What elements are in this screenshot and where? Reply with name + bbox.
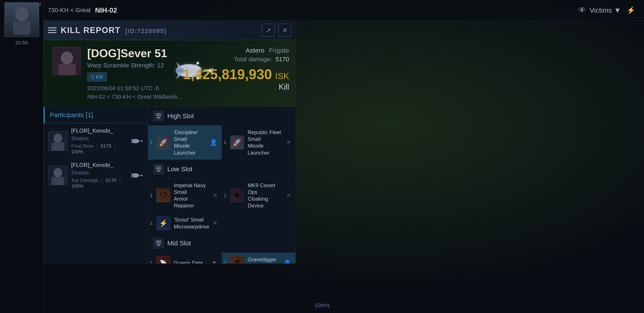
low-slot-icon <box>154 164 164 174</box>
low-slot-close-2[interactable]: ✕ <box>286 192 291 199</box>
mid-slot-title: Mid Slot <box>167 240 191 247</box>
high-slot-close-2[interactable]: ✕ <box>286 139 291 146</box>
participant-name-1: [FLOR]_Kenobi_ <box>71 127 124 134</box>
mid-slot-person-2[interactable]: 👤 <box>284 259 291 264</box>
low-slot-item-3[interactable]: 1 'Scout' SmallMicrowarpdrive ✕ <box>148 213 222 234</box>
panel-header: KILL REPORT [ID:7220085] ↗ ✕ <box>44 21 296 40</box>
high-slot-name-2: Republic Fleet SmallMissile Launcher <box>248 129 283 156</box>
isk-value-display: 1,425,819,930 ISK <box>183 66 289 82</box>
svg-rect-33 <box>156 113 161 114</box>
total-damage-line: Total damage: 5170 <box>183 56 289 63</box>
participant-ship-icon-2 <box>127 169 144 182</box>
participant-name-2: [FLOR]_Kenobi_ <box>71 162 124 168</box>
close-panel-button[interactable]: ✕ <box>278 24 291 37</box>
high-slot-icon-2 <box>230 135 244 149</box>
high-slot-person-icon-1[interactable]: 👤 <box>210 139 217 146</box>
low-slot-icon-3 <box>156 216 170 230</box>
participant-item-2[interactable]: [FLOR]_Kenobi_ Stratios Top Damage | 517… <box>44 158 148 193</box>
participant-ship-icon-1 <box>127 135 144 148</box>
speed-display: 10m/s <box>314 302 330 309</box>
menu-button[interactable] <box>48 27 56 33</box>
participant-item[interactable]: [FLOR]_Kenobi_ Stratios Final Blow | 517… <box>44 124 148 158</box>
kill-info-right: Astero Frigate Total damage: 5170 1,425,… <box>183 47 289 91</box>
external-link-button[interactable]: ↗ <box>262 24 275 37</box>
svg-rect-37 <box>157 170 160 172</box>
svg-rect-39 <box>156 241 161 242</box>
participant-stats-2: Top Damage | 5170 | 100% <box>71 178 124 189</box>
character-portrait <box>4 2 39 37</box>
close-sidebar-button[interactable]: ✕ <box>37 1 42 8</box>
low-slot-item-2[interactable]: 1 MK9 Covert OpsCloaking Device ✕ <box>222 178 296 213</box>
svg-marker-29 <box>139 175 142 176</box>
svg-point-3 <box>61 51 73 64</box>
system-quality: 730-KH < Great <box>48 7 91 14</box>
high-slot-icon-1 <box>156 135 170 149</box>
split-layout: Participants [1] [FLOR]_Kenobi_ Stratios… <box>44 107 296 264</box>
system-info-area: 730-KH < Great NIH-02 <box>44 6 117 14</box>
menu-icon-line2 <box>48 30 56 31</box>
kill-report-panel: KILL REPORT [ID:7220085] ↗ ✕ [DOG]Sever … <box>44 21 296 264</box>
victim-portrait <box>52 47 81 75</box>
high-slot-item-2[interactable]: 1 Republic Fleet SmallMissile Launcher ✕ <box>222 125 296 160</box>
victims-dropdown[interactable]: Victims ▼ <box>590 6 621 14</box>
high-slot-header: High Slot <box>148 107 296 125</box>
low-slot-qty-2: 1 <box>224 193 226 198</box>
low-slot-close-3[interactable]: ✕ <box>213 220 218 227</box>
participant-info-2: [FLOR]_Kenobi_ Stratios Top Damage | 517… <box>71 162 124 189</box>
low-slot-name-1: Imperial Navy SmallArmor Repairer <box>174 182 209 209</box>
mid-slot-name-1: Guests Data <box>174 260 203 264</box>
system-name: NIH-02 <box>95 6 117 14</box>
svg-rect-34 <box>157 117 160 119</box>
high-slot-title: High Slot <box>167 112 194 120</box>
participant-stats-1: Final Blow | 5170 | 100% <box>71 143 124 155</box>
mid-slot-icon-1 <box>156 256 170 264</box>
high-slot-qty-1: 1 <box>150 140 152 145</box>
svg-marker-22 <box>139 140 142 142</box>
victims-filter-area[interactable]: 👁 Victims ▼ ⚡ <box>578 6 635 15</box>
panel-title: KILL REPORT [ID:7220085] <box>61 26 166 35</box>
panel-actions: ↗ ✕ <box>262 24 291 37</box>
mid-slot-name-2: Gravedigger Relic <box>248 256 280 264</box>
low-slot-name-3: 'Scout' SmallMicrowarpdrive <box>174 216 209 230</box>
low-slot-name-2: MK9 Covert OpsCloaking Device <box>248 182 283 209</box>
kill-type-label: Kill <box>183 82 289 91</box>
participants-panel: Participants [1] [FLOR]_Kenobi_ Stratios… <box>44 107 148 264</box>
mid-slot-chevron-1[interactable]: ▼ <box>211 260 217 264</box>
svg-point-26 <box>54 168 62 177</box>
low-slot-qty-1: 1 <box>150 193 152 198</box>
mid-slot-item-1[interactable]: 1 Guests Data ▼ <box>148 253 222 264</box>
low-slot-qty-3: 1 <box>150 220 152 226</box>
mid-slot-items: 1 Guests Data ▼ 1 Gravedigger Relic 👤 <box>148 253 296 264</box>
eye-icon: 👁 <box>578 6 586 15</box>
menu-icon-line1 <box>48 27 56 28</box>
svg-rect-20 <box>52 142 64 150</box>
svg-rect-32 <box>156 115 161 116</box>
low-slot-section: Low Slot 1 Imperial Navy SmallArmor Repa… <box>148 160 296 234</box>
high-slot-section: High Slot 1 'Discipline' SmallMissile La… <box>148 107 296 160</box>
participants-header: Participants [1] <box>44 107 148 123</box>
low-slot-header: Low Slot <box>148 160 296 178</box>
mid-slot-item-2[interactable]: 1 Gravedigger Relic 👤 <box>222 253 296 264</box>
participant-info-1: [FLOR]_Kenobi_ Stratios Final Blow | 517… <box>71 127 124 155</box>
menu-icon-line3 <box>48 32 56 33</box>
mid-slot-qty-2: 1 <box>224 260 226 264</box>
low-slot-close-1[interactable]: ✕ <box>213 192 218 199</box>
participant-ship-1: Stratios <box>71 135 124 141</box>
low-slot-icon-1 <box>156 188 170 202</box>
filter-icon[interactable]: ⚡ <box>626 6 635 14</box>
mid-slot-qty-1: 1 <box>150 260 152 264</box>
svg-rect-27 <box>52 177 64 185</box>
svg-rect-1 <box>13 21 30 35</box>
low-slot-item-4 <box>222 213 296 234</box>
sidebar-time: 01:59 <box>15 39 28 46</box>
svg-point-0 <box>15 7 28 21</box>
low-slot-item-1[interactable]: 1 Imperial Navy SmallArmor Repairer ✕ <box>148 178 222 213</box>
high-slot-item-1[interactable]: 1 'Discipline' SmallMissile Launcher 👤 <box>148 125 222 160</box>
mid-slot-icon <box>154 238 164 249</box>
ship-type: Astero Frigate <box>183 47 289 54</box>
svg-point-10 <box>175 69 179 72</box>
participant-ship-2: Stratios <box>71 170 124 176</box>
slots-panel: High Slot 1 'Discipline' SmallMissile La… <box>148 107 296 264</box>
high-slot-items: 1 'Discipline' SmallMissile Launcher 👤 1… <box>148 125 296 160</box>
left-sidebar: ✕ 01:59 <box>0 0 44 313</box>
